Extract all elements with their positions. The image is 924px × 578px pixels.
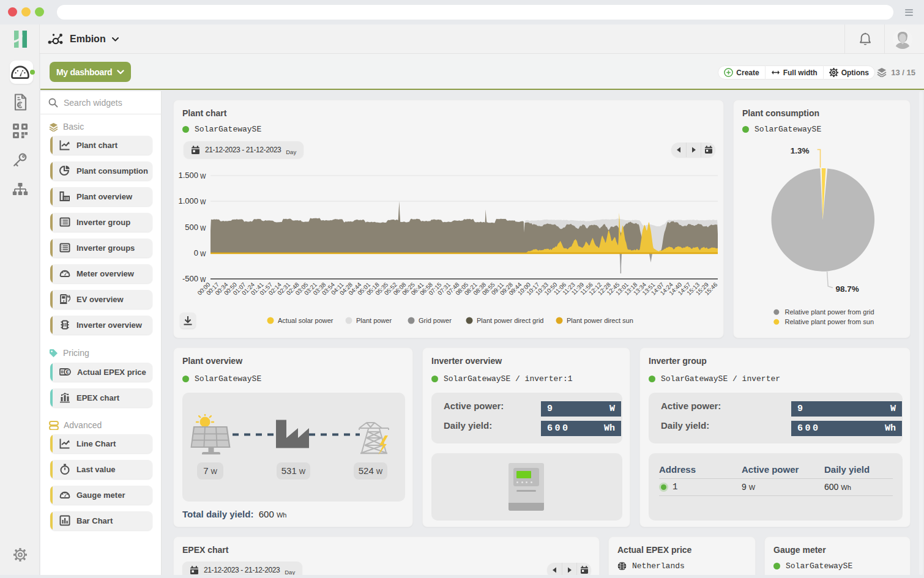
svg-text:W: W — [200, 173, 206, 180]
svg-text:1.3%: 1.3% — [791, 146, 810, 155]
svg-text:Plant power direct grid: Plant power direct grid — [477, 317, 543, 324]
svg-text:1.000: 1.000 — [178, 196, 198, 206]
svg-text:€: € — [65, 369, 69, 375]
svg-text:0: 0 — [194, 248, 198, 258]
svg-text:Relative plant power from grid: Relative plant power from grid — [785, 308, 874, 316]
svg-text:500: 500 — [185, 223, 198, 232]
svg-text:Plant power: Plant power — [356, 317, 392, 324]
svg-text:Grid power: Grid power — [419, 317, 452, 324]
svg-text:98.7%: 98.7% — [836, 284, 859, 294]
svg-text:W: W — [200, 225, 206, 232]
svg-text:W: W — [200, 251, 206, 258]
svg-text:Actual solar power: Actual solar power — [278, 317, 333, 324]
svg-text:-500: -500 — [182, 274, 198, 283]
svg-text:W: W — [200, 199, 206, 206]
svg-text:1.500: 1.500 — [178, 171, 198, 180]
svg-text:Relative plant power from sun: Relative plant power from sun — [785, 318, 874, 325]
svg-text:Plant power direct sun: Plant power direct sun — [567, 317, 633, 324]
